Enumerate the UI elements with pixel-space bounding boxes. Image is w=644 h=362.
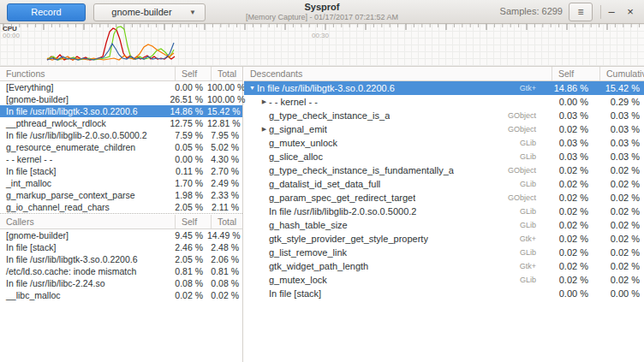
tree-row[interactable]: g_datalist_id_set_data_fullGLib0.02 %0.0… — [244, 177, 644, 191]
descendants-pane: Descendants Self Cumulative ▼ ▼In file /… — [244, 67, 644, 362]
callers-total-column-header[interactable]: Total ▼ — [211, 215, 242, 228]
cell-self-percent: 7.59 % — [167, 129, 207, 141]
descendants-header[interactable]: Descendants Self Cumulative ▼ — [244, 67, 644, 81]
table-row[interactable]: In file [stack]2.46 %2.48 % — [0, 241, 242, 253]
table-row[interactable]: g_io_channel_read_chars2.05 %2.11 % — [0, 201, 242, 213]
cpu-usage-graph[interactable]: CPU 00:00 00:30 — [0, 24, 644, 67]
cell-function-name: - - kernel - - — [0, 153, 167, 165]
expander-open-icon[interactable]: ▼ — [247, 81, 257, 95]
descendants-self-column-header[interactable]: Self — [552, 67, 599, 80]
tree-row[interactable]: ▼In file /usr/lib/libgtk-3.so.0.2200.6Gt… — [244, 81, 644, 95]
table-row[interactable]: [gnome-builder]9.45 %14.49 % — [0, 229, 242, 241]
cpu-line-cpu0 — [47, 28, 175, 60]
table-row[interactable]: In file /usr/lib/libgtk-3.so.0.2200.614.… — [0, 105, 242, 117]
cell-self-percent: 0.02 % — [540, 177, 595, 191]
cell-total-percent: 2.11 % — [207, 201, 242, 213]
process-selector-label: gnome-builder — [94, 4, 189, 21]
cell-total-percent: 0.02 % — [207, 289, 242, 301]
descendants-column-header[interactable]: Descendants — [244, 67, 552, 80]
cell-cumulative-percent: 0.03 % — [595, 122, 644, 136]
cell-self-percent: 14.86 % — [167, 105, 207, 117]
close-button[interactable]: × — [622, 3, 639, 21]
cell-self-percent: 0.03 % — [540, 136, 595, 150]
cell-self-percent: 0.02 % — [540, 218, 595, 232]
tree-row[interactable]: g_mutex_lockGLib0.02 %0.02 % — [244, 273, 644, 287]
cell-cumulative-percent: 0.03 % — [595, 136, 644, 150]
cell-self-percent: 0.08 % — [167, 277, 207, 289]
library-category-badge: GLib — [520, 150, 540, 163]
library-category-badge: GLib — [520, 218, 540, 232]
callers-self-column-header[interactable]: Self — [175, 215, 211, 228]
functions-column-header[interactable]: Functions — [0, 67, 175, 80]
cell-total-percent: 100.00 % — [207, 81, 242, 93]
cell-self-percent: 0.02 % — [540, 163, 595, 177]
descendants-cumulative-column-header[interactable]: Cumulative ▼ — [599, 67, 644, 80]
tree-row[interactable]: ▶- - kernel - -0.00 %0.29 % — [244, 95, 644, 109]
tree-row[interactable]: In file /usr/lib/libglib-2.0.so.0.5000.2… — [244, 205, 644, 218]
titlebar-separator — [600, 5, 601, 19]
tree-row[interactable]: g_param_spec_get_redirect_targetGObject0… — [244, 191, 644, 205]
descendant-function-name: g_mutex_unlock — [269, 136, 337, 150]
cell-self-percent: 2.46 % — [167, 241, 207, 253]
cell-descendant-name: In file [stack] — [244, 287, 540, 300]
callers-column-header[interactable]: Callers — [0, 215, 175, 228]
time-tick-mid: 00:30 — [312, 32, 329, 39]
table-row[interactable]: In file /usr/lib/libglib-2.0.so.0.5000.2… — [0, 129, 242, 141]
cell-total-percent: 2.49 % — [207, 177, 242, 189]
tree-row[interactable]: g_type_check_instance_is_fundamentally_a… — [244, 163, 644, 177]
functions-header[interactable]: Functions Self Total ▼ — [0, 67, 242, 81]
cell-descendant-name: g_mutex_unlockGLib — [244, 136, 540, 150]
table-row[interactable]: /etc/ld.so.cache: inode mismatch0.81 %0.… — [0, 265, 242, 277]
table-row[interactable]: __libc_malloc0.02 %0.02 % — [0, 289, 242, 301]
table-row[interactable]: g_resource_enumerate_children0.05 %5.02 … — [0, 141, 242, 153]
table-row[interactable]: In file /usr/lib/libc-2.24.so0.08 %0.08 … — [0, 277, 242, 289]
expander-closed-icon[interactable]: ▶ — [259, 122, 269, 136]
menu-button[interactable]: ≡ — [569, 3, 593, 21]
cell-self-percent: 0.02 % — [540, 205, 595, 218]
cell-function-name: __libc_malloc — [0, 289, 167, 301]
cell-function-name: g_resource_enumerate_children — [0, 141, 167, 153]
tree-row[interactable]: g_slice_allocGLib0.03 %0.03 % — [244, 150, 644, 163]
tree-row[interactable]: In file [stack]0.00 %0.00 % — [244, 287, 644, 300]
descendant-function-name: gtk_style_provider_get_style_property — [269, 232, 428, 246]
library-category-badge: GObject — [508, 109, 540, 122]
table-row[interactable]: [Everything]0.00 %100.00 % — [0, 81, 242, 93]
record-button[interactable]: Record — [7, 3, 86, 21]
profile-view: Functions Self Total ▼ [Everything]0.00 … — [0, 67, 644, 362]
process-selector-dropdown[interactable]: gnome-builder ▼ — [93, 3, 206, 21]
time-tick-start: 00:00 — [3, 32, 20, 39]
tree-row[interactable]: g_type_check_instance_is_aGObject0.03 %0… — [244, 109, 644, 122]
cell-descendant-name: In file /usr/lib/libglib-2.0.so.0.5000.2… — [244, 205, 540, 218]
expander-closed-icon[interactable]: ▶ — [259, 95, 269, 109]
table-row[interactable]: In file [stack]0.11 %2.70 % — [0, 165, 242, 177]
tree-row[interactable]: gtk_widget_path_lengthGtk+0.02 %0.02 % — [244, 259, 644, 273]
tree-row[interactable]: g_list_remove_linkGLib0.02 %0.02 % — [244, 246, 644, 259]
functions-self-column-header[interactable]: Self — [175, 67, 211, 80]
hamburger-icon: ≡ — [577, 6, 583, 18]
cell-descendant-name: g_list_remove_linkGLib — [244, 246, 540, 259]
left-pane: Functions Self Total ▼ [Everything]0.00 … — [0, 67, 243, 362]
cell-total-percent: 15.42 % — [207, 105, 242, 117]
minimize-button[interactable]: – — [603, 3, 620, 21]
descendant-function-name: In file /usr/lib/libgtk-3.so.0.2200.6 — [257, 81, 395, 95]
cell-self-percent: 0.02 % — [167, 289, 207, 301]
table-row[interactable]: [gnome-builder]26.51 %100.00 % — [0, 93, 242, 105]
cell-function-name: In file /usr/lib/libglib-2.0.so.0.5000.2 — [0, 129, 167, 141]
tree-row[interactable]: g_hash_table_sizeGLib0.02 %0.02 % — [244, 218, 644, 232]
cell-total-percent: 2.06 % — [207, 253, 242, 265]
table-row[interactable]: - - kernel - -0.00 %4.30 % — [0, 153, 242, 165]
table-row[interactable]: In file /usr/lib/libgtk-3.so.0.2200.62.0… — [0, 253, 242, 265]
table-row[interactable]: _int_malloc1.70 %2.49 % — [0, 177, 242, 189]
tree-row[interactable]: gtk_style_provider_get_style_propertyGtk… — [244, 232, 644, 246]
callers-header[interactable]: Callers Self Total ▼ — [0, 215, 242, 229]
descendant-function-name: In file [stack] — [269, 287, 321, 300]
table-row[interactable]: g_markup_parse_context_parse1.98 %2.33 % — [0, 189, 242, 201]
cell-total-percent: 0.81 % — [207, 265, 242, 277]
tree-row[interactable]: g_mutex_unlockGLib0.03 %0.03 % — [244, 136, 644, 150]
cell-function-name: _int_malloc — [0, 177, 167, 189]
functions-total-column-header[interactable]: Total ▼ — [211, 67, 242, 80]
cell-cumulative-percent: 0.02 % — [595, 232, 644, 246]
tree-row[interactable]: ▶g_signal_emitGObject0.02 %0.03 % — [244, 122, 644, 136]
table-row[interactable]: __pthread_rwlock_rdlock12.75 %12.81 % — [0, 117, 242, 129]
cell-function-name: [gnome-builder] — [0, 229, 167, 241]
